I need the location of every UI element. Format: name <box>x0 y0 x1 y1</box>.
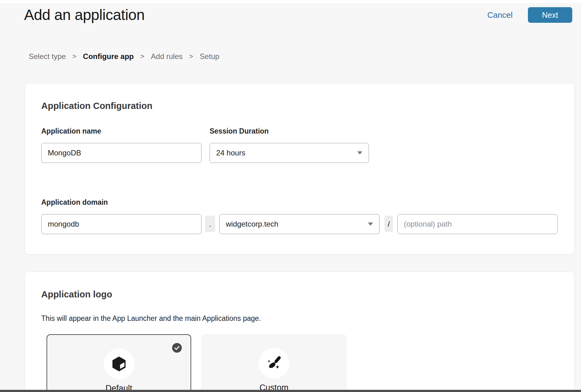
step-configure-app[interactable]: Configure app <box>83 52 134 61</box>
session-duration-select[interactable]: 24 hours <box>210 143 369 163</box>
chevron-down-icon <box>357 151 362 154</box>
top-strip <box>0 0 581 3</box>
domain-select[interactable]: widgetcorp.tech <box>219 214 380 234</box>
domain-dot-separator: . <box>205 216 215 232</box>
chevron-right-icon: > <box>189 52 193 61</box>
next-button[interactable]: Next <box>528 7 572 23</box>
domain-select-value: widgetcorp.tech <box>226 220 278 228</box>
cancel-button[interactable]: Cancel <box>487 10 513 20</box>
chevron-down-icon <box>368 223 373 226</box>
logo-option-custom[interactable]: Custom <box>201 334 347 392</box>
application-name-label: Application name <box>41 127 101 135</box>
session-duration-value: 24 hours <box>216 149 245 157</box>
cube-icon <box>104 349 134 379</box>
subdomain-input[interactable] <box>41 214 201 234</box>
application-configuration-card: Application Configuration Application na… <box>25 83 575 255</box>
path-input[interactable] <box>397 214 558 234</box>
application-logo-card: Application logo This will appear in the… <box>25 272 575 392</box>
step-select-type[interactable]: Select type <box>29 52 66 61</box>
chevron-right-icon: > <box>140 52 144 61</box>
add-application-page: Add an application Cancel Next Select ty… <box>0 0 581 392</box>
chevron-right-icon: > <box>72 52 77 61</box>
logo-option-default[interactable]: Default <box>47 334 191 392</box>
application-logo-heading: Application logo <box>41 289 112 300</box>
application-name-input[interactable] <box>41 143 201 163</box>
page-title: Add an application <box>24 6 145 23</box>
session-duration-label: Session Duration <box>210 127 269 135</box>
application-logo-description: This will appear in the App Launcher and… <box>41 314 261 323</box>
bottom-scrollbar[interactable] <box>0 390 581 392</box>
application-domain-label: Application domain <box>41 198 108 207</box>
check-circle-icon <box>172 343 182 353</box>
paintbrush-icon <box>259 348 289 379</box>
step-setup[interactable]: Setup <box>200 52 219 61</box>
application-configuration-heading: Application Configuration <box>41 101 152 111</box>
step-add-rules[interactable]: Add rules <box>151 52 182 61</box>
breadcrumb: Select type > Configure app > Add rules … <box>29 52 219 61</box>
domain-slash-separator: / <box>385 216 393 232</box>
